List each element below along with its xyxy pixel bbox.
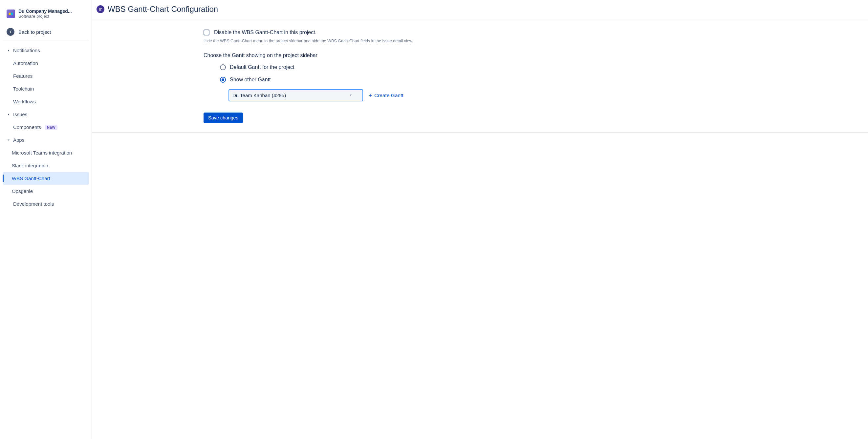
new-badge: NEW <box>45 125 57 130</box>
sidebar-item-dev-tools[interactable]: Development tools <box>3 198 89 210</box>
nav-label: Features <box>13 73 32 79</box>
create-gantt-link[interactable]: Create Gantt <box>368 93 403 98</box>
gantt-app-icon <box>96 5 104 13</box>
nav-label: Slack integration <box>12 163 48 168</box>
sidebar-item-toolchain[interactable]: Toolchain <box>3 82 89 95</box>
nav-label: Apps <box>13 137 24 143</box>
sidebar-item-features[interactable]: Features <box>3 70 89 82</box>
nav-label: Issues <box>13 111 27 117</box>
radio-default-gantt[interactable] <box>220 64 226 70</box>
svg-rect-4 <box>99 10 101 11</box>
project-header[interactable]: Du Company Managed... Software project <box>3 6 89 25</box>
disable-gantt-row: Disable the WBS Gantt-Chart in this proj… <box>204 30 863 35</box>
plus-icon <box>368 93 373 98</box>
disable-gantt-checkbox[interactable] <box>204 30 210 35</box>
nav-label: Toolchain <box>13 86 34 92</box>
gantt-radio-group: Default Gantt for the project Show other… <box>204 64 863 83</box>
sidebar-item-opsgenie[interactable]: Opsgenie <box>3 185 89 198</box>
radio-other-label: Show other Gantt <box>230 77 271 83</box>
radio-row-other: Show other Gantt <box>220 77 863 83</box>
arrow-left-icon <box>6 28 14 36</box>
nav-label: Development tools <box>13 201 54 207</box>
gantt-select-value: Du Team Kanban (4295) <box>232 93 286 98</box>
sidebar-item-apps[interactable]: Apps <box>3 134 89 146</box>
chevron-right-icon <box>6 48 10 53</box>
content-header: WBS Gantt-Chart Configuration <box>92 0 868 20</box>
project-icon <box>6 9 15 18</box>
project-name: Du Company Managed... <box>19 8 72 14</box>
nav-label: WBS Gantt-Chart <box>12 175 50 181</box>
back-to-project-link[interactable]: Back to project <box>3 25 89 39</box>
sidebar-item-wbs-gantt[interactable]: WBS Gantt-Chart <box>3 172 89 185</box>
svg-rect-3 <box>99 9 101 10</box>
nav-label: Workflows <box>13 99 36 104</box>
sidebar-item-slack[interactable]: Slack integration <box>3 159 89 172</box>
chevron-down-icon <box>6 138 10 142</box>
sidebar-item-components[interactable]: Components NEW <box>3 121 89 134</box>
sidebar-item-automation[interactable]: Automation <box>3 57 89 70</box>
back-label: Back to project <box>19 29 51 35</box>
nav-label: Notifications <box>13 47 40 53</box>
project-type: Software project <box>19 14 72 19</box>
sidebar-item-issues[interactable]: Issues <box>3 108 89 121</box>
nav-label: Components <box>13 124 41 130</box>
main-content: WBS Gantt-Chart Configuration Disable th… <box>92 0 868 439</box>
sidebar: Du Company Managed... Software project B… <box>0 0 92 439</box>
chevron-right-icon <box>6 112 10 116</box>
content-body: Disable the WBS Gantt-Chart in this proj… <box>92 20 868 133</box>
chevron-down-icon <box>349 93 352 98</box>
nav-label: Microsoft Teams integration <box>12 150 72 156</box>
svg-rect-2 <box>99 8 102 9</box>
sidebar-item-ms-teams[interactable]: Microsoft Teams integration <box>3 146 89 159</box>
choose-gantt-label: Choose the Gantt showing on the project … <box>204 53 863 58</box>
nav-label: Opsgenie <box>12 188 33 194</box>
gantt-select-row: Du Team Kanban (4295) Create Gantt <box>204 89 863 101</box>
disable-gantt-hint: Hide the WBS Gantt-Chart menu in the pro… <box>204 39 863 43</box>
gantt-select[interactable]: Du Team Kanban (4295) <box>228 89 363 101</box>
radio-other-gantt[interactable] <box>220 77 226 83</box>
nav-label: Automation <box>13 60 38 66</box>
radio-default-label: Default Gantt for the project <box>230 64 294 70</box>
page-title: WBS Gantt-Chart Configuration <box>108 5 218 14</box>
divider <box>3 41 89 41</box>
sidebar-item-workflows[interactable]: Workflows <box>3 95 89 108</box>
sidebar-item-notifications[interactable]: Notifications <box>3 44 89 57</box>
svg-point-1 <box>10 12 13 15</box>
disable-gantt-label: Disable the WBS Gantt-Chart in this proj… <box>214 30 316 35</box>
radio-row-default: Default Gantt for the project <box>220 64 863 70</box>
save-button[interactable]: Save changes <box>204 112 243 123</box>
create-gantt-label: Create Gantt <box>374 93 403 98</box>
